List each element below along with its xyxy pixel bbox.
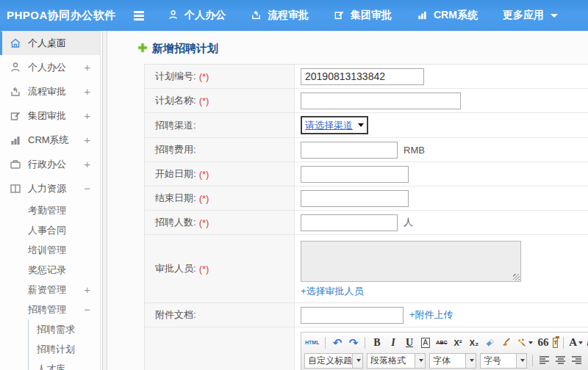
eraser-icon[interactable]	[484, 335, 496, 349]
sidebar-scrollbar[interactable]	[102, 31, 107, 370]
form-row-plan-name: 计划名称: (*)	[145, 89, 588, 113]
expander-plus[interactable]: +	[84, 158, 90, 170]
sidebar-item-hr-contract[interactable]: 人事合同	[0, 220, 100, 240]
sidebar-item-talent-pool[interactable]: 人才库	[29, 359, 100, 370]
topnav-label: 流程审批	[268, 9, 309, 22]
font-family-select[interactable]: 字体	[429, 353, 476, 369]
expander-plus[interactable]: +	[84, 61, 90, 73]
underline-button[interactable]: U	[403, 335, 415, 349]
dropdown-caret-icon	[419, 359, 423, 362]
expander-minus[interactable]: −	[84, 182, 90, 195]
cost-input[interactable]	[301, 142, 398, 159]
select-caret-icon	[358, 123, 364, 127]
expander-plus[interactable]: +	[84, 109, 90, 122]
sidebar-item-recruit-demand[interactable]: 招聘需求	[29, 319, 100, 339]
editor-toolbar-row2: 自定义标题 段落格式 字体	[304, 351, 588, 370]
share-tray-icon	[251, 10, 262, 21]
unit-suffix: 人	[404, 216, 413, 229]
end-date-input[interactable]	[301, 190, 409, 207]
autotype-wand-icon[interactable]	[516, 335, 533, 349]
topnav-more-apps[interactable]: 更多应用	[503, 9, 558, 22]
align-left-icon[interactable]	[538, 354, 551, 368]
char-border-button[interactable]: A	[419, 335, 431, 349]
channel-select[interactable]: 请选择渠道	[301, 116, 368, 134]
app-logo: PHPOA协同办公软件	[0, 9, 134, 23]
italic-button[interactable]: I	[387, 335, 399, 349]
sidebar-item-label: 个人办公	[28, 61, 66, 74]
edit-square-icon	[10, 110, 21, 122]
briefcase-icon	[10, 159, 21, 170]
topnav-crm[interactable]: CRM系统	[417, 9, 478, 22]
expander-plus[interactable]: +	[84, 85, 90, 98]
paste-as-text-icon[interactable]: T	[553, 338, 558, 348]
sidebar-item-recruit-plan[interactable]: 招聘计划	[29, 339, 100, 359]
subitem-label: 培训管理	[28, 244, 66, 257]
expander-plus[interactable]: +	[84, 134, 90, 146]
sidebar-item-admin-office[interactable]: 行政办公 +	[0, 152, 100, 176]
redo-button[interactable]: ↷	[347, 335, 359, 349]
sidebar-item-recruit-mgmt[interactable]: 招聘管理 −	[0, 300, 100, 319]
blockquote-button[interactable]: 66	[537, 335, 549, 349]
sidebar-item-desktop[interactable]: 个人桌面	[0, 31, 100, 55]
sidebar-item-personal-office[interactable]: 个人办公 +	[0, 55, 100, 79]
sidebar-item-label: 人力资源	[28, 182, 66, 195]
form-row-channel: 招聘渠道: 请选择渠道	[145, 113, 588, 138]
form-row-cost: 招聘费用: RMB	[145, 138, 588, 162]
plan-no-input[interactable]	[301, 68, 424, 85]
sidebar-item-reward-record[interactable]: 奖惩记录	[0, 260, 100, 280]
hamburger-menu-icon[interactable]	[134, 11, 147, 21]
align-center-icon[interactable]	[554, 354, 567, 368]
plan-name-input[interactable]	[301, 92, 461, 109]
attachment-input[interactable]	[301, 307, 404, 324]
sidebar-item-training[interactable]: 培训管理	[0, 240, 100, 260]
topnav-group-approval[interactable]: 集团审批	[334, 9, 392, 22]
field-label: 审批人员:	[155, 262, 196, 275]
sidebar-item-crm[interactable]: CRM系统 +	[0, 128, 100, 152]
choose-approvers-link[interactable]: +选择审批人员	[301, 285, 364, 298]
topnav-personal-office[interactable]: 个人办公	[168, 9, 226, 22]
topnav-label: CRM系统	[434, 9, 478, 22]
source-code-button[interactable]: HTML	[304, 335, 320, 349]
dropdown-caret-icon	[528, 341, 533, 344]
rich-text-editor: HTML ↶ ↷ B I U A ABC X² X₂	[301, 332, 588, 370]
field-label: 招聘渠道:	[155, 119, 196, 132]
form-row-start-date: 开始日期: (*)	[145, 162, 588, 186]
font-size-select[interactable]: 字号	[480, 353, 527, 369]
superscript-button[interactable]: X²	[451, 335, 464, 349]
strikethrough-button[interactable]: ABC	[435, 335, 448, 349]
custom-title-select[interactable]: 自定义标题	[304, 353, 363, 369]
sidebar-item-attendance[interactable]: 考勤管理	[0, 200, 100, 220]
align-right-icon[interactable]	[570, 354, 583, 368]
sidebar-item-group-approval[interactable]: 集团审批 +	[0, 104, 100, 128]
topnav-workflow-approval[interactable]: 流程审批	[251, 9, 309, 22]
headcount-input[interactable]	[301, 214, 398, 231]
bold-button[interactable]: B	[370, 335, 383, 349]
start-date-input[interactable]	[301, 166, 409, 183]
sidebar-item-hr[interactable]: 人力资源 −	[0, 176, 100, 200]
format-brush-icon[interactable]	[500, 335, 512, 349]
sidebar-item-salary[interactable]: 薪资管理 +	[0, 280, 100, 300]
field-label: 招聘费用:	[155, 143, 196, 156]
expander-minus[interactable]: −	[84, 303, 90, 316]
approvers-textarea[interactable]	[301, 241, 521, 282]
top-nav: 个人办公 流程审批 集团审批 CRM系统 更多应用	[168, 9, 558, 22]
subscript-button[interactable]: X₂	[467, 335, 480, 349]
top-bar: PHPOA协同办公软件 个人办公 流程审批 集团审批 CRM系统	[0, 0, 588, 31]
main-content: 新增招聘计划 计划编号: (*) 计划名称: (*) 招聘渠道:	[108, 31, 588, 370]
undo-button[interactable]: ↶	[331, 335, 343, 349]
attachment-upload-link[interactable]: +附件上传	[409, 308, 453, 322]
expander-plus[interactable]: +	[84, 283, 90, 296]
subitem-label: 薪资管理	[28, 283, 66, 297]
form-row-approvers: 审批人员: (*) +选择审批人员	[145, 235, 588, 303]
unit-suffix: RMB	[404, 145, 425, 156]
required-marker: (*)	[199, 169, 209, 180]
bar-chart-icon	[417, 10, 429, 21]
form-row-attachment: 附件文档: +附件上传	[145, 303, 588, 327]
sidebar-item-label: 集团审批	[28, 109, 66, 123]
field-label: 计划名称:	[155, 94, 196, 107]
sidebar-item-workflow-approval[interactable]: 流程审批 +	[0, 79, 100, 104]
font-color-button[interactable]: A	[569, 335, 583, 349]
required-marker: (*)	[199, 217, 209, 228]
field-label: 计划编号:	[155, 70, 196, 83]
paragraph-format-select[interactable]: 段落格式	[367, 353, 426, 369]
